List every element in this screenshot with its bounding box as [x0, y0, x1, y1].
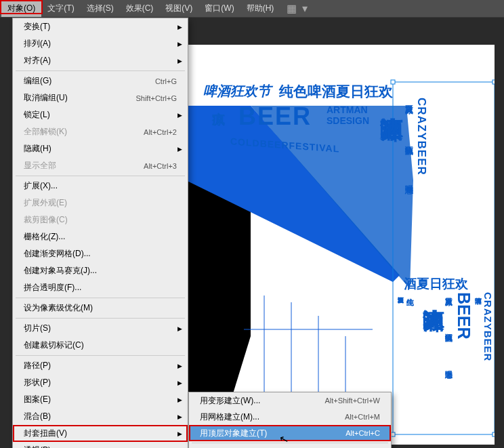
menu-row[interactable]: 编组(G)Ctrl+G — [13, 73, 188, 89]
menu-row[interactable]: 变换(T) — [13, 18, 188, 35]
menu-row[interactable]: 对齐(A) — [13, 52, 188, 69]
menu-row: 全部解锁(K)Alt+Ctrl+2 — [13, 123, 188, 140]
menu-row[interactable]: 创建对象马赛克(J)... — [13, 262, 188, 279]
menu-row[interactable]: 隐藏(H) — [13, 140, 188, 157]
submenu-row[interactable]: 用变形建立(W)...Alt+Shift+Ctrl+W — [189, 392, 391, 409]
menu-row[interactable]: 排列(A) — [13, 35, 188, 52]
menu-help[interactable]: 帮助(H) — [240, 0, 280, 17]
menu-select[interactable]: 选择(S) — [81, 0, 120, 17]
menu-view[interactable]: 视图(V) — [159, 0, 198, 17]
artwork-subtitle: 纯色啤酒夏日狂欢 — [279, 82, 393, 101]
menu-row[interactable]: 封套扭曲(V) — [13, 425, 188, 442]
menu-row[interactable]: 取消编组(U)Shift+Ctrl+G — [13, 89, 188, 106]
menu-row[interactable]: 创建裁切标记(C) — [13, 337, 188, 354]
menu-row[interactable]: 创建渐变网格(D)... — [13, 245, 188, 262]
artwork-side6b: BEER — [454, 292, 474, 339]
menu-row: 显示全部Alt+Ctrl+3 — [13, 157, 188, 174]
artwork-artman: ARTMAN — [327, 104, 368, 115]
svg-rect-12 — [492, 432, 495, 436]
menu-row[interactable]: 透视(P) — [13, 442, 188, 448]
menu-text[interactable]: 文字(T) — [41, 0, 80, 17]
menu-row[interactable]: 栅格化(Z)... — [13, 228, 188, 245]
menu-row[interactable]: 形状(P) — [13, 374, 188, 391]
artwork-right-title: 酒夏日狂欢 — [404, 275, 468, 293]
artwork-sdesign: SDESIGN — [327, 115, 369, 126]
menu-row[interactable]: 混合(B) — [13, 408, 188, 425]
toolbar-extra: ▦ ▾ — [287, 2, 308, 15]
menu-window[interactable]: 窗口(W) — [198, 0, 240, 17]
submenu-row[interactable]: 用顶层对象建立(T)Alt+Ctrl+C — [189, 425, 391, 441]
menu-row[interactable]: 锁定(L) — [13, 106, 188, 123]
artwork-crazy2: CRAZYBEER — [482, 292, 494, 361]
menu-row[interactable]: 图案(E) — [13, 391, 188, 408]
menubar: 对象(O) 文字(T) 选择(S) 效果(C) 视图(V) 窗口(W) 帮助(H… — [0, 0, 504, 18]
menu-row[interactable]: 拼合透明度(F)... — [13, 279, 188, 296]
artwork-crazy: CRAZYBEER — [415, 98, 428, 176]
menu-row[interactable]: 扩展(X)... — [13, 178, 188, 195]
menu-row: 扩展外观(E) — [13, 195, 188, 211]
menu-effect[interactable]: 效果(C) — [120, 0, 160, 17]
dropdown-icon[interactable]: ▾ — [302, 2, 308, 15]
svg-rect-10 — [492, 80, 495, 84]
grid-icon[interactable]: ▦ — [287, 2, 297, 15]
envelope-submenu: 用变形建立(W)...Alt+Shift+Ctrl+W用网格建立(M)...Al… — [188, 392, 392, 448]
menu-row[interactable]: 切片(S) — [13, 320, 188, 337]
submenu-row[interactable]: 用网格建立(M)...Alt+Ctrl+M — [189, 409, 391, 425]
artwork-beer: BEER — [238, 102, 312, 131]
object-dropdown: 变换(T)排列(A)对齐(A)编组(G)Ctrl+G取消编组(U)Shift+C… — [12, 18, 188, 448]
artwork-title: 啤酒狂欢节 — [203, 82, 271, 100]
menu-row[interactable]: 设为像素级优化(M) — [13, 300, 188, 317]
submenu-row: 释放(R) — [189, 445, 391, 448]
menu-row: 裁剪图像(C) — [13, 211, 188, 228]
menu-row[interactable]: 路径(P) — [13, 357, 188, 374]
